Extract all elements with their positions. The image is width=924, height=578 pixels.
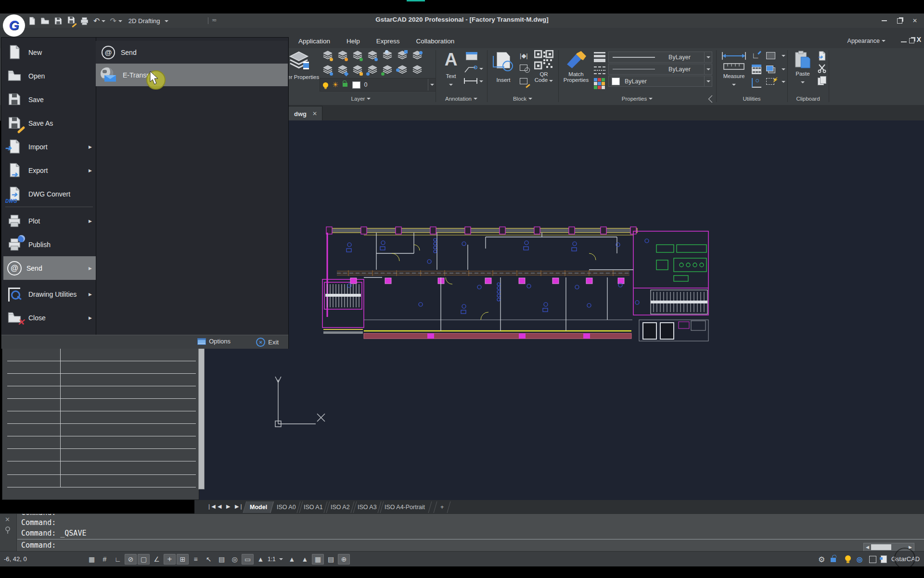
- layout-last-icon[interactable]: ▶❘: [235, 503, 244, 510]
- dyninput-toggle-icon[interactable]: ⊞: [177, 554, 189, 565]
- menu-item-save[interactable]: Save: [3, 88, 96, 111]
- submenu-item-etransmit[interactable]: E-Transmit: [96, 64, 288, 86]
- layer-merge-icon[interactable]: [411, 65, 424, 77]
- clipboard-panel-label[interactable]: Clipboard: [787, 94, 829, 103]
- match-properties-button[interactable]: Match Properties: [561, 49, 591, 93]
- layer-thaw-icon[interactable]: [336, 50, 349, 63]
- menu-item-new[interactable]: New: [3, 40, 96, 64]
- tab-model[interactable]: Model: [243, 501, 274, 513]
- calculator-icon[interactable]: [752, 65, 761, 74]
- layout-next-icon[interactable]: ▶: [226, 503, 230, 510]
- block-spacing-icon[interactable]: |◆|: [520, 52, 528, 59]
- minimize-button[interactable]: [878, 16, 890, 26]
- menu-item-import[interactable]: ➔ Import ▶: [3, 135, 96, 158]
- layer-sun-icon[interactable]: ☀: [332, 80, 338, 89]
- table-toggle-icon[interactable]: ▤: [325, 554, 337, 565]
- layer-panel-label[interactable]: Layer: [289, 94, 433, 103]
- document-tab-close-icon[interactable]: ✕: [312, 110, 317, 117]
- menu-item-open[interactable]: Open: [3, 64, 96, 88]
- selection-cycling-icon[interactable]: ↖: [203, 554, 215, 565]
- doc-close-icon[interactable]: X: [917, 36, 921, 43]
- workspace-switcher[interactable]: 2D Drafting: [128, 17, 160, 25]
- layer-on-icon[interactable]: [321, 50, 334, 63]
- color-combo-caret[interactable]: [704, 76, 712, 86]
- layer-settings-icon[interactable]: [411, 50, 424, 63]
- zoom-tool-icon[interactable]: ◎: [229, 554, 241, 565]
- command-pin-icon[interactable]: [4, 526, 11, 534]
- layer-unlock-icon[interactable]: [351, 50, 364, 63]
- menu-item-save-as[interactable]: Save As: [3, 111, 96, 135]
- redo-icon[interactable]: ↷: [110, 16, 116, 26]
- exit-button[interactable]: ✕ Exit: [256, 338, 279, 347]
- otrack-toggle-icon[interactable]: ∠: [151, 554, 163, 565]
- undo-icon[interactable]: ↶: [93, 16, 100, 26]
- id-point-icon[interactable]: [752, 78, 761, 88]
- ucs-icon[interactable]: ∟: [752, 51, 760, 61]
- grid-toggle-icon[interactable]: ▦: [86, 554, 98, 565]
- quick-select-button[interactable]: ⚡: [766, 78, 785, 88]
- settings-gear-icon[interactable]: ⚙: [818, 555, 825, 564]
- doc-minimize-icon[interactable]: [901, 41, 907, 42]
- layer-make-current-icon[interactable]: [366, 50, 379, 63]
- command-panel[interactable]: ✕ Command: Command: Command: _QSAVE Comm…: [0, 513, 924, 552]
- layer-lock-icon[interactable]: [351, 65, 364, 77]
- table-tool-icon[interactable]: [466, 52, 477, 60]
- command-prompt-line[interactable]: Command:: [21, 541, 56, 550]
- close-button[interactable]: ✕: [909, 16, 921, 26]
- workspace-caret[interactable]: [165, 20, 168, 22]
- menu-item-drawing-utilities[interactable]: Drawing Utilities ▶: [3, 282, 96, 306]
- layer-previous-icon[interactable]: [366, 65, 379, 77]
- qat-save-icon[interactable]: [54, 16, 63, 26]
- layer-dropdown-button[interactable]: [428, 79, 436, 91]
- viewport-toggle-icon[interactable]: ▭: [242, 554, 254, 565]
- layer-walk-icon[interactable]: [396, 65, 409, 77]
- qat-open-icon[interactable]: [40, 16, 50, 26]
- select-window-button[interactable]: [766, 52, 785, 62]
- tab-application[interactable]: Application: [294, 36, 335, 47]
- layer-color-swatch[interactable]: [352, 81, 360, 89]
- hatch-toggle-icon[interactable]: ▦: [312, 554, 324, 565]
- menu-item-plot[interactable]: Plot ▶: [3, 209, 96, 233]
- annotation-panel-label[interactable]: Annotation: [436, 94, 487, 103]
- menu-item-export[interactable]: ➔ Export ▶: [3, 158, 96, 182]
- options-button[interactable]: Options: [197, 338, 231, 345]
- layer-freeze-icon[interactable]: [336, 65, 349, 77]
- osnap-toggle-icon[interactable]: ▢: [138, 554, 150, 565]
- annotation-scale-person-icon[interactable]: ▲: [255, 554, 267, 565]
- tray-doc-icon[interactable]: [881, 555, 887, 563]
- color-list-icon[interactable]: [594, 78, 605, 90]
- copy-base-icon[interactable]: ➔: [817, 51, 827, 61]
- fullscreen-icon[interactable]: [869, 556, 876, 563]
- polar-toggle-icon[interactable]: ⊘: [125, 554, 137, 565]
- dimension-tool-button[interactable]: [464, 77, 483, 88]
- command-close-icon[interactable]: ✕: [5, 516, 10, 523]
- scroll-left-icon[interactable]: ◀: [864, 545, 871, 550]
- layout-prev-icon[interactable]: ◀: [218, 503, 221, 510]
- layer-bulb-icon[interactable]: [323, 82, 328, 88]
- layer-state-icon[interactable]: [381, 65, 394, 77]
- menu-item-close[interactable]: ✕ Close ▶: [3, 306, 96, 329]
- paste-button[interactable]: Paste: [790, 49, 815, 93]
- lineweight-toggle-icon[interactable]: ≡: [190, 554, 202, 565]
- redo-dropdown-caret[interactable]: [118, 20, 122, 22]
- submenu-item-send[interactable]: @ Send: [96, 41, 288, 64]
- tab-iso-a4-portrait[interactable]: ISO A4-Portrait: [378, 501, 432, 513]
- tab-add-layout[interactable]: +: [434, 501, 451, 513]
- tab-collaboration[interactable]: Collaboration: [411, 36, 460, 47]
- layer-off-icon[interactable]: [321, 65, 334, 77]
- drawing-canvas[interactable]: [194, 120, 924, 500]
- ortho-toggle-icon[interactable]: ∟: [112, 554, 124, 565]
- ucs-toggle-icon[interactable]: ⊕: [338, 554, 350, 565]
- scroll-thumb[interactable]: [871, 544, 891, 550]
- qr-code-button[interactable]: QR Code: [531, 49, 556, 93]
- qat-new-icon[interactable]: [28, 16, 36, 26]
- unlock-ui-icon[interactable]: [831, 558, 836, 562]
- layer-iso-icon[interactable]: [381, 50, 394, 63]
- restore-button[interactable]: [893, 16, 906, 26]
- linetype-combo-caret[interactable]: [704, 64, 712, 74]
- measure-button[interactable]: Measure: [719, 49, 749, 93]
- crosshair-toggle-icon[interactable]: +: [164, 554, 176, 565]
- tab-help[interactable]: Help: [342, 36, 365, 47]
- block-attedit-icon[interactable]: [520, 78, 527, 84]
- annotation-scale-caret[interactable]: [279, 558, 283, 560]
